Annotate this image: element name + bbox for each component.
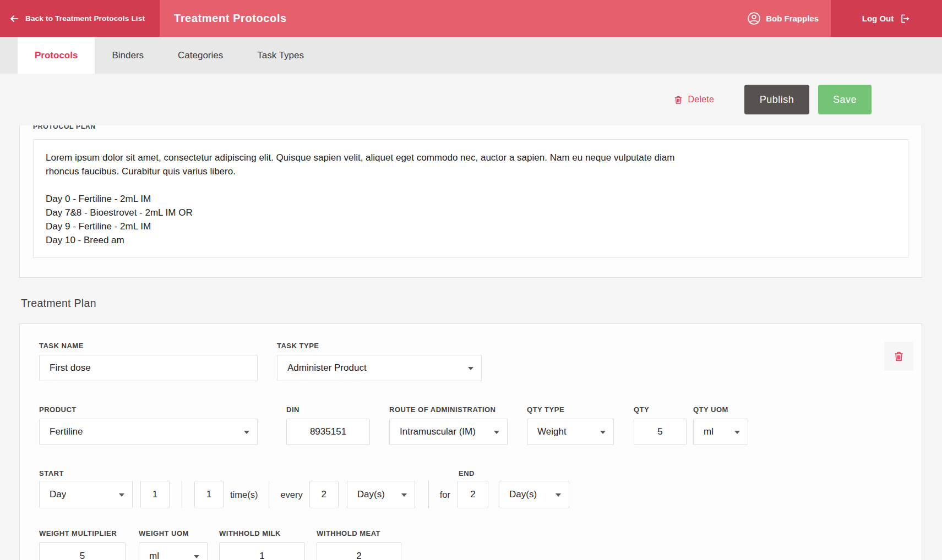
qty-uom-select[interactable]: ml: [693, 419, 748, 445]
task-type-field: TASK TYPE Administer Product: [277, 342, 482, 381]
qty-type-select[interactable]: Weight: [527, 419, 614, 445]
task-row-4: WEIGHT MULTIPLIER WEIGHT UOM ml WITHHOLD…: [39, 529, 922, 560]
task-type-label: TASK TYPE: [277, 342, 482, 350]
tab-categories[interactable]: Categories: [161, 37, 240, 74]
qty-type-field: QTY TYPE Weight: [527, 405, 614, 445]
chevron-down-icon: [556, 493, 561, 497]
divider: [269, 481, 269, 508]
every-label: every: [280, 481, 302, 508]
chevron-down-icon: [194, 555, 199, 558]
product-field: PRODUCT Fertiline: [39, 405, 258, 445]
user-avatar-icon: [747, 12, 761, 25]
din-input[interactable]: [286, 419, 370, 445]
task-row-2: PRODUCT Fertiline DIN ROUTE OF ADMINISTR…: [39, 405, 922, 445]
qty-uom-label: QTY UOM: [693, 405, 748, 414]
trash-icon: [893, 350, 905, 363]
qty-field: QTY: [634, 405, 687, 445]
times-label: time(s): [230, 481, 258, 508]
start-unit-select[interactable]: Day: [39, 481, 133, 508]
weight-uom-select[interactable]: ml: [139, 542, 208, 560]
back-arrow-icon: [9, 13, 20, 24]
task-row-schedule: START Day time(s) every Day(s) for END: [39, 469, 922, 508]
withhold-meat-field: WITHHOLD MEAT: [317, 529, 401, 560]
chevron-down-icon: [600, 431, 606, 434]
start-value-input[interactable]: [140, 481, 170, 508]
tab-task-types[interactable]: Task Types: [240, 37, 321, 74]
logout-label: Log Out: [862, 14, 894, 23]
withhold-milk-field: WITHHOLD MILK: [219, 529, 305, 560]
route-label: ROUTE OF ADMINISTRATION: [389, 405, 508, 414]
delete-button[interactable]: Delete: [673, 95, 714, 105]
withhold-milk-label: WITHHOLD MILK: [219, 529, 305, 537]
page-title: Treatment Protocols: [174, 12, 287, 25]
times-input[interactable]: [194, 481, 224, 508]
every-unit-select[interactable]: Day(s): [347, 481, 415, 508]
end-field: END: [458, 481, 488, 508]
header-right: Bob Frapples Log Out: [747, 0, 942, 37]
protocol-plan-textarea[interactable]: Lorem ipsum dolor sit amet, consectetur …: [33, 139, 908, 258]
publish-button[interactable]: Publish: [744, 85, 809, 114]
app-header: Back to Treatment Protocols List Treatme…: [0, 0, 942, 37]
product-label: PRODUCT: [39, 405, 258, 414]
back-link-label: Back to Treatment Protocols List: [25, 14, 145, 23]
task-name-label: TASK NAME: [39, 342, 258, 350]
weight-uom-label: WEIGHT UOM: [139, 529, 208, 537]
treatment-plan-heading: Treatment Plan: [21, 297, 96, 310]
every-value-input[interactable]: [309, 481, 339, 508]
logout-button[interactable]: Log Out: [831, 0, 942, 37]
user-name: Bob Frapples: [766, 14, 819, 23]
qty-type-label: QTY TYPE: [527, 405, 614, 414]
tab-bar: Protocols Binders Categories Task Types: [0, 37, 942, 74]
end-value-input[interactable]: [458, 481, 488, 508]
din-label: DIN: [286, 405, 370, 414]
for-label: for: [440, 481, 450, 508]
end-unit-select[interactable]: Day(s): [499, 481, 569, 508]
save-button[interactable]: Save: [818, 85, 872, 114]
chevron-down-icon: [401, 493, 407, 497]
tab-protocols[interactable]: Protocols: [18, 37, 95, 74]
chevron-down-icon: [468, 367, 473, 370]
chevron-down-icon: [734, 431, 740, 434]
weight-multiplier-input[interactable]: [39, 542, 126, 560]
withhold-meat-input[interactable]: [317, 542, 401, 560]
back-link[interactable]: Back to Treatment Protocols List: [0, 0, 160, 37]
task-type-select[interactable]: Administer Product: [277, 355, 482, 381]
app-screen: Back to Treatment Protocols List Treatme…: [0, 0, 942, 560]
din-field: DIN: [286, 405, 370, 445]
task-name-input[interactable]: [39, 355, 258, 381]
protocol-plan-card: PROTOCOL PLAN Lorem ipsum dolor sit amet…: [19, 113, 922, 278]
task-name-field: TASK NAME: [39, 342, 258, 381]
tab-binders[interactable]: Binders: [95, 37, 161, 74]
chevron-down-icon: [119, 493, 124, 497]
qty-label: QTY: [634, 405, 687, 414]
withhold-milk-input[interactable]: [219, 542, 305, 560]
weight-uom-field: WEIGHT UOM ml: [139, 529, 208, 560]
weight-multiplier-field: WEIGHT MULTIPLIER: [39, 529, 126, 560]
treatment-task-card: TASK NAME TASK TYPE Administer Product P…: [19, 323, 922, 560]
withhold-meat-label: WITHHOLD MEAT: [317, 529, 401, 537]
user-menu[interactable]: Bob Frapples: [747, 0, 831, 37]
task-delete-button[interactable]: [884, 342, 913, 371]
route-field: ROUTE OF ADMINISTRATION Intramuscular (I…: [389, 405, 508, 445]
weight-multiplier-label: WEIGHT MULTIPLIER: [39, 529, 126, 537]
chevron-down-icon: [494, 431, 499, 434]
product-select[interactable]: Fertiline: [39, 419, 258, 445]
divider: [428, 481, 429, 508]
chevron-down-icon: [244, 431, 249, 434]
end-label: END: [459, 469, 475, 477]
logout-icon: [900, 13, 911, 24]
qty-input[interactable]: [634, 419, 687, 445]
trash-icon: [673, 95, 683, 105]
divider: [182, 481, 182, 508]
task-row-1: TASK NAME TASK TYPE Administer Product: [39, 342, 922, 381]
action-toolbar: Delete Publish Save: [0, 74, 942, 125]
qty-uom-field: QTY UOM ml: [693, 405, 748, 445]
start-label: START: [39, 469, 64, 477]
delete-button-label: Delete: [688, 95, 714, 105]
route-select[interactable]: Intramuscular (IM): [389, 419, 508, 445]
tab-bar-spacer: [0, 37, 18, 74]
